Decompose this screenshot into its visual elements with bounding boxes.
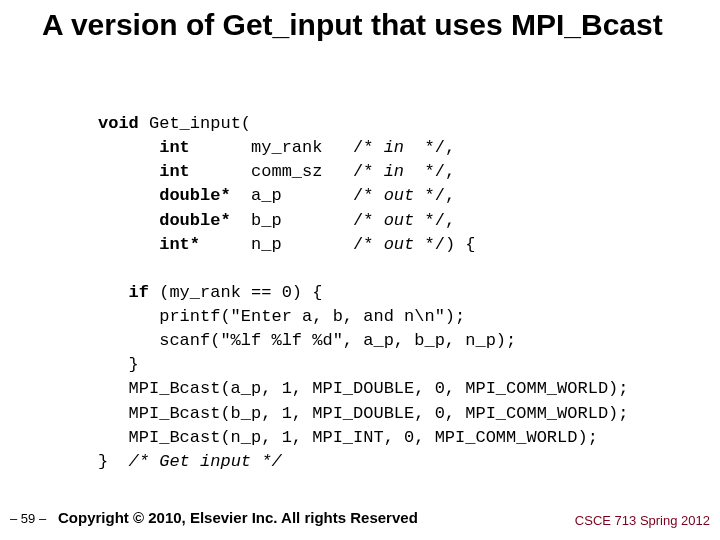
cmt-in: in <box>384 138 404 157</box>
cmt-close: */ <box>404 138 445 157</box>
slide-title: A version of Get_input that uses MPI_Bca… <box>42 8 700 41</box>
slide-root: A version of Get_input that uses MPI_Bca… <box>0 0 720 540</box>
cmt-open: /* <box>353 138 384 157</box>
fn-name: Get_input( <box>139 114 251 133</box>
if-cond: (my_rank == 0) { <box>149 283 322 302</box>
cmt-open: /* <box>353 186 384 205</box>
bcast-n: MPI_Bcast(n_p, 1, MPI_INT, 0, MPI_COMM_W… <box>98 428 598 447</box>
kw-void: void <box>98 114 139 133</box>
printf-line: printf("Enter a, b, and n\n"); <box>98 307 465 326</box>
brace-close: } <box>98 355 139 374</box>
brace: ) { <box>445 235 476 254</box>
cmt-out: out <box>384 186 415 205</box>
cmt-getinput: /* Get input */ <box>129 452 282 471</box>
cmt-out: out <box>384 211 415 230</box>
kw-int: int <box>98 162 190 181</box>
comma: , <box>445 162 455 181</box>
copyright-text: Copyright © 2010, Elsevier Inc. All righ… <box>58 509 418 526</box>
course-label: CSCE 713 Spring 2012 <box>575 513 710 528</box>
comma: , <box>445 211 455 230</box>
cmt-open: /* <box>353 162 384 181</box>
param-myrank: my_rank <box>190 138 353 157</box>
cmt-in: in <box>384 162 404 181</box>
cmt-open: /* <box>353 235 384 254</box>
kw-doublep: double* <box>98 211 231 230</box>
comma: , <box>445 186 455 205</box>
kw-intp: int* <box>98 235 200 254</box>
comma: , <box>445 138 455 157</box>
kw-if: if <box>98 283 149 302</box>
cmt-open: /* <box>353 211 384 230</box>
footer: – 59 – Copyright © 2010, Elsevier Inc. A… <box>0 502 720 526</box>
scanf-line: scanf("%lf %lf %d", a_p, b_p, n_p); <box>98 331 516 350</box>
cmt-out: out <box>384 235 415 254</box>
bcast-a: MPI_Bcast(a_p, 1, MPI_DOUBLE, 0, MPI_COM… <box>98 379 629 398</box>
code-block: void Get_input( int my_rank /* in */, in… <box>98 112 629 474</box>
param-np: n_p <box>200 235 353 254</box>
cmt-close: */ <box>414 211 445 230</box>
bcast-b: MPI_Bcast(b_p, 1, MPI_DOUBLE, 0, MPI_COM… <box>98 404 629 423</box>
cmt-close: */ <box>414 186 445 205</box>
page-number: – 59 – <box>10 511 46 526</box>
cmt-close: */ <box>404 162 445 181</box>
cmt-close: */ <box>414 235 445 254</box>
param-ap: a_p <box>231 186 353 205</box>
kw-int: int <box>98 138 190 157</box>
param-commsz: comm_sz <box>190 162 353 181</box>
fn-close: } <box>98 452 129 471</box>
kw-doublep: double* <box>98 186 231 205</box>
param-bp: b_p <box>231 211 353 230</box>
